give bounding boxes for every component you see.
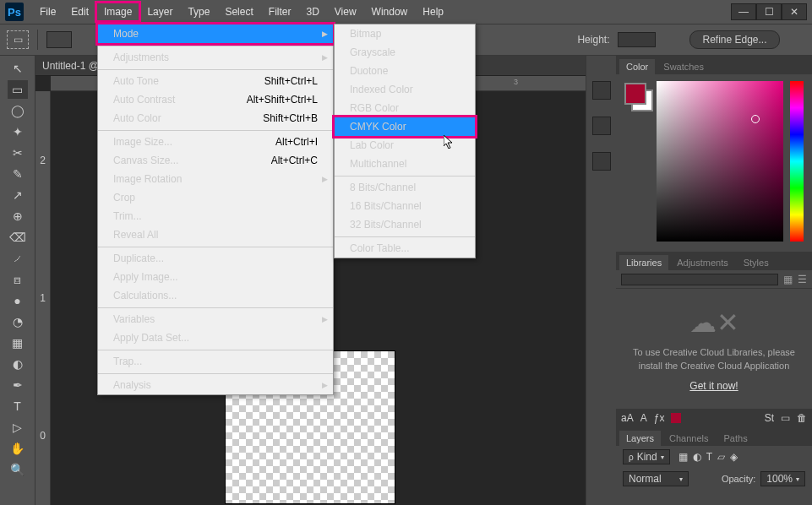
menu-item[interactable]: Variables▶: [98, 307, 333, 329]
tool-button[interactable]: ✂: [8, 144, 28, 162]
tool-button[interactable]: ●: [8, 291, 28, 310]
menu-select[interactable]: Select: [217, 3, 260, 21]
menu-item[interactable]: Image Rotation▶: [98, 170, 333, 188]
tool-button[interactable]: 🔍: [8, 460, 28, 479]
filter-image-icon[interactable]: ▦: [678, 451, 688, 463]
tool-button[interactable]: T: [8, 397, 28, 415]
tool-button[interactable]: ◐: [8, 355, 28, 373]
menu-item[interactable]: Analysis▶: [98, 373, 333, 394]
picker-handle[interactable]: [751, 115, 760, 123]
menu-item[interactable]: 32 Bits/Channel: [335, 215, 475, 234]
menu-item[interactable]: Canvas Size...Alt+Ctrl+C: [98, 151, 333, 170]
menu-item[interactable]: 16 Bits/Channel: [335, 197, 475, 215]
option-sample[interactable]: [46, 31, 72, 48]
filter-type-icon[interactable]: T: [706, 451, 712, 463]
tool-button[interactable]: ✎: [8, 165, 28, 183]
tab-adjustments[interactable]: Adjustments: [670, 255, 735, 270]
menu-edit[interactable]: Edit: [63, 3, 96, 21]
color-chip-icon[interactable]: [671, 413, 681, 423]
panel-icon[interactable]: [592, 81, 611, 100]
menu-help[interactable]: Help: [415, 3, 451, 21]
layer-filter-kind[interactable]: ρKind▾: [623, 449, 670, 464]
tab-channels[interactable]: Channels: [662, 431, 715, 446]
trash-icon[interactable]: 🗑: [797, 412, 807, 424]
tool-button[interactable]: ◔: [8, 312, 28, 331]
menu-item[interactable]: RGB Color: [335, 99, 475, 117]
menu-item[interactable]: 8 Bits/Channel: [335, 176, 475, 197]
fx-icon[interactable]: ƒx: [654, 412, 665, 424]
color-picker-field[interactable]: [657, 81, 783, 242]
tab-styles[interactable]: Styles: [737, 255, 776, 270]
tool-button[interactable]: ⟋: [8, 249, 28, 268]
menu-item[interactable]: Image Size...Alt+Ctrl+I: [98, 130, 333, 151]
grid-view-icon[interactable]: ▦: [783, 274, 793, 285]
tab-paths[interactable]: Paths: [717, 431, 755, 446]
tool-button[interactable]: ↖: [8, 59, 28, 78]
menu-item[interactable]: Reveal All: [98, 225, 333, 244]
list-view-icon[interactable]: ☰: [798, 274, 807, 285]
menu-item[interactable]: Auto ToneShift+Ctrl+L: [98, 69, 333, 90]
menu-item[interactable]: Trim...: [98, 207, 333, 225]
menu-item: Color Table...: [335, 236, 475, 258]
close-button[interactable]: ✕: [782, 3, 807, 20]
type-tool-icon[interactable]: aA: [621, 412, 634, 424]
get-it-now-link[interactable]: Get it now!: [689, 380, 738, 392]
tool-button[interactable]: ◯: [8, 101, 28, 120]
menu-filter[interactable]: Filter: [261, 3, 299, 21]
height-input[interactable]: [618, 32, 656, 47]
separator: [37, 30, 38, 50]
filter-shape-icon[interactable]: ▱: [717, 451, 725, 463]
tool-button[interactable]: ✋: [8, 439, 28, 458]
tool-button[interactable]: ▭: [8, 80, 28, 99]
title-bar: Ps FileEditImageLayerTypeSelectFilter3DV…: [0, 0, 812, 24]
opacity-input[interactable]: 100%▾: [760, 471, 805, 486]
menu-item[interactable]: Lab Color: [335, 136, 475, 155]
tool-button[interactable]: ▦: [8, 334, 28, 352]
panel-icon[interactable]: [592, 117, 611, 135]
foreground-swatch[interactable]: [624, 83, 646, 105]
folder-icon[interactable]: ▭: [781, 412, 790, 424]
menu-item[interactable]: Duplicate...: [98, 247, 333, 268]
document-tab[interactable]: Untitled-1 @: [42, 60, 99, 72]
menu-3d[interactable]: 3D: [298, 3, 326, 21]
menu-window[interactable]: Window: [364, 3, 416, 21]
menu-file[interactable]: File: [32, 3, 63, 21]
menu-item[interactable]: Auto ContrastAlt+Shift+Ctrl+L: [98, 90, 333, 109]
menu-item[interactable]: Mode▶: [98, 24, 333, 43]
menu-item[interactable]: Apply Image...: [98, 268, 333, 286]
menu-type[interactable]: Type: [180, 3, 217, 21]
minimize-button[interactable]: —: [731, 3, 756, 20]
tool-button[interactable]: ▷: [8, 418, 28, 437]
st-icon[interactable]: St: [765, 412, 774, 424]
panel-icon[interactable]: [592, 152, 611, 171]
blend-mode-select[interactable]: Normal▾: [623, 471, 689, 486]
tool-button[interactable]: ✦: [8, 122, 28, 141]
menu-item[interactable]: Auto ColorShift+Ctrl+B: [98, 109, 333, 128]
marquee-tool-icon[interactable]: ▭: [7, 30, 29, 49]
menu-item[interactable]: Multichannel: [335, 155, 475, 173]
menu-layer[interactable]: Layer: [139, 3, 180, 21]
character-icon[interactable]: A: [640, 412, 647, 424]
tool-button[interactable]: ↗: [8, 186, 28, 204]
menu-image[interactable]: Image: [96, 3, 139, 21]
tab-color[interactable]: Color: [619, 59, 655, 74]
libraries-toolbar: ▦ ☰: [616, 270, 812, 289]
maximize-button[interactable]: ☐: [756, 3, 782, 20]
library-select[interactable]: [621, 274, 778, 285]
tool-button[interactable]: ⧈: [8, 270, 28, 289]
refine-edge-button[interactable]: Refine Edge...: [689, 30, 779, 49]
menu-item[interactable]: Calculations...: [98, 286, 333, 305]
menu-view[interactable]: View: [327, 3, 364, 21]
filter-adjust-icon[interactable]: ◐: [693, 451, 701, 463]
height-label: Height:: [577, 34, 609, 46]
tool-button[interactable]: ⊕: [8, 207, 28, 225]
tab-layers[interactable]: Layers: [619, 431, 661, 446]
tool-button[interactable]: ⌫: [8, 228, 28, 247]
hue-slider[interactable]: [790, 81, 804, 242]
filter-smart-icon[interactable]: ◈: [730, 451, 738, 463]
tool-button[interactable]: ✒: [8, 376, 28, 394]
tab-libraries[interactable]: Libraries: [619, 255, 668, 270]
tab-swatches[interactable]: Swatches: [657, 59, 711, 74]
menu-item[interactable]: Adjustments▶: [98, 46, 333, 67]
menu-item[interactable]: CMYK Color: [335, 117, 475, 136]
